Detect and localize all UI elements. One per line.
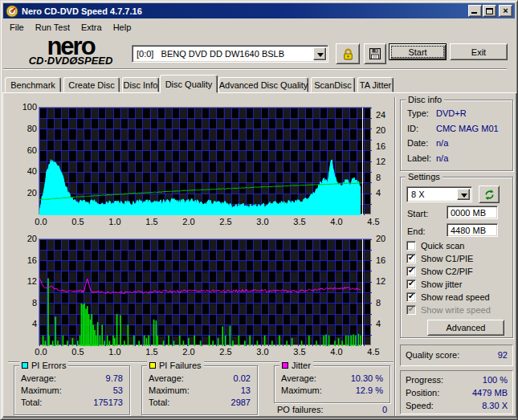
save-button[interactable]	[364, 43, 386, 64]
exit-button[interactable]: Exit	[450, 43, 508, 60]
checkbox-show-read-speed[interactable]: ✔Show read speed	[406, 292, 490, 302]
checkbox-show-c1-pie[interactable]: ✔Show C1/PIE	[406, 253, 473, 263]
disc-info-groupbox: Disc infoType:DVD+RID:CMC MAG M01Date:n/…	[400, 100, 513, 171]
progress-row-value: 8.30 X	[482, 401, 508, 411]
progress-panel: Progress:100 %Position:4479 MBSpeed:8.30…	[400, 370, 513, 414]
quality-score-panel: Quality score:92	[400, 345, 513, 366]
pi_failures-bar	[133, 336, 135, 346]
drive-select-value: [0:0] BENQ DVD DD DW1640 BSLB	[137, 46, 284, 62]
y2-axis-tick-label: 20	[376, 234, 395, 243]
checkbox-show-c2-pif[interactable]: ✔Show C2/PIF	[406, 266, 473, 276]
pi-failures-row: Maximum:13	[149, 385, 251, 396]
lock-drive-button[interactable]	[336, 43, 360, 64]
chart-canvas	[39, 108, 372, 215]
y-axis-tick-label: 4	[16, 319, 37, 328]
end-field-label: End:	[407, 226, 426, 236]
pi_failures-bar	[72, 338, 74, 346]
pi_failures-bar	[96, 336, 97, 346]
pi-errors-row-value: 175173	[93, 398, 123, 408]
x-axis-tick-label: 2.5	[214, 217, 238, 226]
show-c1-pie-checkbox-label: Show C1/PIE	[421, 254, 473, 263]
jitter-row-label: Maximum:	[281, 385, 322, 396]
y-axis-tick-label: 8	[16, 298, 37, 308]
x-axis-tick-label: 2.5	[214, 347, 238, 357]
tab-disc-quality[interactable]: Disc Quality	[160, 75, 218, 93]
settings-title-label: Settings	[408, 172, 440, 181]
y2-axis-tick-label: 20	[376, 125, 395, 135]
y2-axis-tick-label: 8	[376, 173, 395, 182]
pi-errors-title: PI Errors	[19, 361, 68, 370]
pi_failures-bar	[57, 340, 59, 346]
refresh-arrows-icon	[483, 189, 496, 201]
x-axis-tick-label: 4.0	[324, 347, 349, 357]
progress-row-value: 100 %	[483, 375, 508, 385]
checkbox-show-write-speed[interactable]: ✔Show write speed	[406, 304, 491, 315]
y-axis-tick-label: 60	[16, 145, 37, 155]
start-field[interactable]: 0000 MB	[447, 206, 498, 219]
pi_failures-bar	[52, 340, 54, 346]
pi-errors-row: Average:9.78	[21, 373, 123, 384]
tab-benchmark[interactable]: Benchmark	[5, 77, 61, 92]
end-field-value: 4480 MB	[451, 226, 486, 235]
tab-disc-info[interactable]: Disc Info	[122, 77, 159, 92]
pi_failures-bar	[353, 334, 354, 346]
scan-speed-dropdown-button[interactable]	[457, 189, 470, 200]
jitter-row-label: Average:	[281, 373, 316, 384]
x-axis-tick-label: 1.5	[140, 347, 164, 357]
minimize-button[interactable]	[468, 5, 482, 17]
pi-errors-groupbox: PI ErrorsAverage:9.78Maximum:53Total:175…	[14, 365, 130, 415]
show-c2-pif-checkbox-label: Show C2/PIF	[421, 267, 473, 276]
pi_failures-bar	[120, 315, 121, 346]
tab-advanced-disc-quality[interactable]: Advanced Disc Quality	[218, 77, 308, 92]
y2-axis-tick-label: 12	[376, 157, 395, 166]
tab-create-disc[interactable]: Create Disc	[63, 77, 120, 92]
pi-failures-title: PI Failures	[147, 361, 204, 370]
tab-ta-jitter[interactable]: TA Jitter	[357, 77, 394, 92]
settings-groupbox: Settings8 XStart:0000 MBEnd:4480 MBQuick…	[400, 177, 513, 338]
drive-select[interactable]: [0:0] BENQ DVD DD DW1640 BSLB	[132, 45, 328, 63]
disc-info-row: Date:n/a	[407, 138, 508, 148]
scan-speed-select[interactable]: 8 X	[406, 186, 472, 202]
drive-select-dropdown-button[interactable]	[313, 47, 326, 60]
x-axis-tick-label: 0.0	[29, 347, 53, 357]
check-mark-icon: ✔	[408, 292, 414, 300]
close-button[interactable]: ×	[499, 5, 512, 17]
show-write-speed-checkbox-box[interactable]: ✔	[406, 305, 416, 315]
maximize-button[interactable]	[483, 5, 496, 17]
pi_failures-bar	[144, 336, 145, 346]
start-button[interactable]: Start	[389, 43, 447, 60]
end-field[interactable]: 4480 MB	[447, 223, 498, 237]
jitter-row-value: 10.30 %	[351, 373, 383, 384]
pi_failures-bar	[257, 340, 259, 346]
disc-info-row: ID:CMC MAG M01	[407, 124, 508, 133]
pi_errors-series	[39, 160, 361, 215]
show-c1-pie-checkbox-box[interactable]: ✔	[406, 254, 416, 263]
show-write-speed-checkbox-label: Show write speed	[421, 305, 491, 315]
menu-item-file[interactable]: File	[4, 21, 30, 34]
progress-row-label: Speed:	[406, 401, 434, 411]
checkbox-quick-scan[interactable]: Quick scan	[406, 240, 464, 251]
pi-failures-row-value: 13	[241, 385, 251, 396]
pi-failures-row-label: Total:	[149, 398, 169, 408]
show-jitter-checkbox-box[interactable]: ✔	[406, 279, 416, 289]
show-read-speed-checkbox-box[interactable]: ✔	[406, 292, 416, 302]
pi_failures-bar	[271, 340, 273, 346]
refresh-button[interactable]	[479, 186, 500, 203]
advanced-button[interactable]: Advanced	[427, 320, 504, 336]
show-c2-pif-checkbox-box[interactable]: ✔	[406, 267, 416, 276]
chevron-down-icon	[317, 53, 324, 60]
quick-scan-checkbox-box[interactable]	[406, 241, 416, 251]
window-title: Nero CD-DVD Speed 4.7.7.16	[22, 6, 142, 16]
pi-errors-row-label: Average:	[21, 373, 56, 384]
progress-row-label: Position:	[406, 388, 439, 398]
start-field-value: 0000 MB	[451, 208, 486, 218]
check-mark-icon: ✔	[408, 279, 414, 287]
checkbox-show-jitter[interactable]: ✔Show jitter	[406, 279, 462, 289]
pi_failures-bar	[264, 336, 266, 346]
pi_failures-bar	[146, 338, 148, 346]
tab-scandisc[interactable]: ScanDisc	[311, 77, 355, 92]
menu-item-help[interactable]: Help	[108, 21, 137, 34]
check-mark-icon: ✔	[408, 304, 414, 313]
pi-errors-title-label: PI Errors	[31, 361, 66, 370]
y2-axis-tick-label: 16	[376, 141, 395, 151]
